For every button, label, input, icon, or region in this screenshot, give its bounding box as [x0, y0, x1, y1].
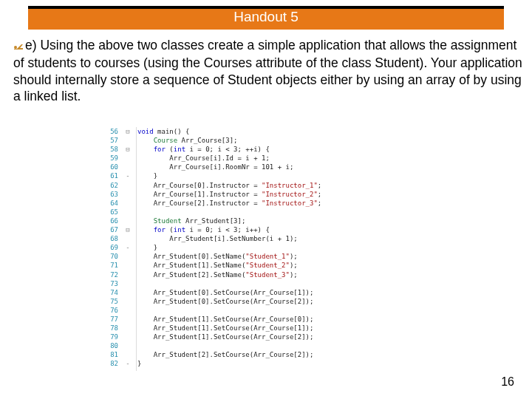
- line-number: 74: [105, 288, 121, 297]
- code-line: 56⊟void main() {: [105, 127, 430, 136]
- line-number: 79: [105, 332, 121, 341]
- code-text: Course Arr_Course[3];: [134, 136, 430, 145]
- code-text: Arr_Student[1].SetCourse(Arr_Course[2]);: [134, 332, 430, 341]
- code-text: }: [134, 359, 430, 368]
- line-number: 80: [105, 341, 121, 350]
- code-line: 71 Arr_Student[1].SetName("Student_2");: [105, 261, 430, 270]
- code-line: 66 Student Arr_Student[3];: [105, 216, 430, 225]
- code-text: for (int i = 0; i < 3; i++) {: [134, 225, 430, 234]
- code-text: Arr_Course[2].Instructor = "Instructor_3…: [134, 199, 430, 208]
- code-block: 56⊟void main() {57 Course Arr_Course[3];…: [105, 127, 430, 369]
- line-number: 77: [105, 315, 121, 324]
- line-number: 78: [105, 324, 121, 332]
- line-number: 66: [105, 216, 121, 225]
- line-number: 71: [105, 261, 121, 270]
- code-line: 67⊟ for (int i = 0; i < 3; i++) {: [105, 225, 430, 234]
- code-text: Arr_Student[1].SetName("Student_2");: [134, 261, 430, 270]
- fold-gutter: -: [121, 243, 134, 252]
- code-text: Arr_Course[i].Id = i + 1;: [134, 154, 430, 163]
- line-number: 73: [105, 279, 121, 288]
- code-line: 77 Arr_Student[1].SetCourse(Arr_Course[0…: [105, 315, 430, 324]
- code-line: 74 Arr_Student[0].SetCourse(Arr_Course[1…: [105, 288, 430, 297]
- line-number: 70: [105, 252, 121, 261]
- code-line: 63 Arr_Course[1].Instructor = "Instructo…: [105, 190, 430, 199]
- code-line: 82-}: [105, 359, 430, 368]
- code-text: for (int i = 0; i < 3; ++i) {: [134, 145, 430, 154]
- line-number: 76: [105, 306, 121, 315]
- code-line: 76: [105, 306, 430, 315]
- svg-point-1: [14, 46, 17, 49]
- code-line: 69- }: [105, 243, 430, 252]
- page-number: 16: [501, 375, 514, 389]
- line-number: 82: [105, 359, 121, 368]
- fold-gutter: -: [121, 359, 134, 368]
- code-line: 79 Arr_Student[1].SetCourse(Arr_Course[2…: [105, 332, 430, 341]
- fold-gutter: ⊟: [121, 145, 134, 154]
- code-text: Arr_Student[i].SetNumber(i + 1);: [134, 234, 430, 243]
- code-line: 60 Arr_Course[i].RoomNr = 101 + i;: [105, 163, 430, 171]
- line-number: 62: [105, 181, 121, 190]
- code-text: Arr_Course[1].Instructor = "Instructor_2…: [134, 190, 430, 199]
- line-number: 61: [105, 171, 121, 180]
- code-text: void main() {: [134, 127, 430, 136]
- line-number: 72: [105, 270, 121, 279]
- code-text: Student Arr_Student[3];: [134, 216, 430, 225]
- code-line: 57 Course Arr_Course[3];: [105, 136, 430, 145]
- line-number: 58: [105, 145, 121, 154]
- bullet-icon: [13, 38, 24, 55]
- code-line: 72 Arr_Student[2].SetName("Student_3");: [105, 270, 430, 279]
- code-line: 59 Arr_Course[i].Id = i + 1;: [105, 154, 430, 163]
- code-text: Arr_Student[2].SetCourse(Arr_Course[2]);: [134, 350, 430, 359]
- code-line: 73: [105, 279, 430, 288]
- line-number: 69: [105, 243, 121, 252]
- code-text: Arr_Student[0].SetCourse(Arr_Course[2]);: [134, 297, 430, 306]
- code-line: 62 Arr_Course[0].Instructor = "Instructo…: [105, 181, 430, 190]
- code-line: 68 Arr_Student[i].SetNumber(i + 1);: [105, 234, 430, 243]
- code-text: Arr_Student[1].SetCourse(Arr_Course[1]);: [134, 324, 430, 332]
- slide-title: Handout 5: [0, 9, 532, 25]
- code-text: }: [134, 243, 430, 252]
- code-text: Arr_Student[2].SetName("Student_3");: [134, 270, 430, 279]
- question-text: e) Using the above two classes create a …: [13, 37, 523, 105]
- code-line: 70 Arr_Student[0].SetName("Student_1");: [105, 252, 430, 261]
- question-prefix: e): [25, 38, 37, 52]
- code-text: }: [134, 171, 430, 180]
- line-number: 57: [105, 136, 121, 145]
- fold-gutter: -: [121, 171, 134, 180]
- code-text: Arr_Course[i].RoomNr = 101 + i;: [134, 163, 430, 171]
- line-number: 65: [105, 208, 121, 216]
- code-line: 61- }: [105, 171, 430, 180]
- line-number: 75: [105, 297, 121, 306]
- code-line: 78 Arr_Student[1].SetCourse(Arr_Course[1…: [105, 324, 430, 332]
- line-number: 67: [105, 225, 121, 234]
- line-number: 81: [105, 350, 121, 359]
- code-text: Arr_Student[0].SetName("Student_1");: [134, 252, 430, 261]
- question-body: Using the above two classes create a sim…: [13, 38, 522, 103]
- fold-gutter: ⊟: [121, 127, 134, 136]
- code-text: Arr_Course[0].Instructor = "Instructor_1…: [134, 181, 430, 190]
- code-line: 75 Arr_Student[0].SetCourse(Arr_Course[2…: [105, 297, 430, 306]
- code-line: 80: [105, 341, 430, 350]
- line-number: 60: [105, 163, 121, 171]
- line-number: 68: [105, 234, 121, 243]
- line-number: 63: [105, 190, 121, 199]
- code-line: 64 Arr_Course[2].Instructor = "Instructo…: [105, 199, 430, 208]
- line-number: 59: [105, 154, 121, 163]
- fold-gutter: ⊟: [121, 225, 134, 234]
- code-line: 65: [105, 208, 430, 216]
- line-number: 56: [105, 127, 121, 136]
- code-text: Arr_Student[0].SetCourse(Arr_Course[1]);: [134, 288, 430, 297]
- code-text: Arr_Student[1].SetCourse(Arr_Course[0]);: [134, 315, 430, 324]
- code-line: 58⊟ for (int i = 0; i < 3; ++i) {: [105, 145, 430, 154]
- line-number: 64: [105, 199, 121, 208]
- code-line: 81 Arr_Student[2].SetCourse(Arr_Course[2…: [105, 350, 430, 359]
